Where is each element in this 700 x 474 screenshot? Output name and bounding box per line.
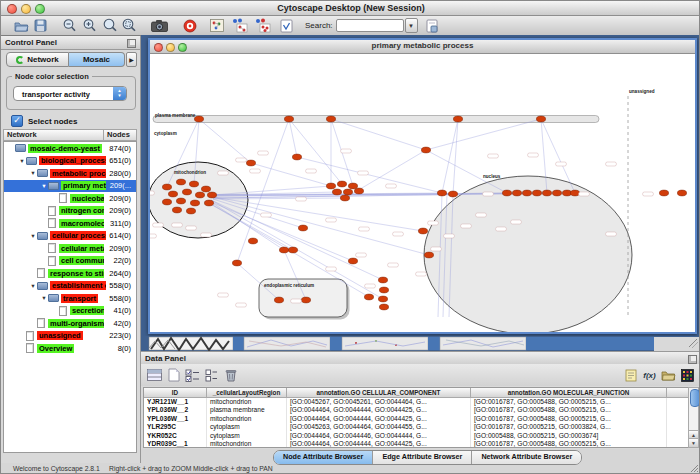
column-header-network[interactable]: Network: [3, 129, 103, 141]
tree-row[interactable]: ▼biological_process651(0): [4, 155, 136, 168]
expander-icon[interactable]: ▼: [40, 295, 48, 301]
network-node[interactable]: [570, 190, 579, 196]
dropdown-stepper-icon[interactable]: ▲▼: [113, 87, 126, 100]
expander-icon[interactable]: ▼: [18, 158, 26, 164]
zoom-in-icon[interactable]: [81, 18, 98, 34]
network-node[interactable]: [176, 179, 185, 185]
table-row[interactable]: YLR295Ccytoplasm[GO:0045263, GO:0044464,…: [144, 423, 688, 431]
save-icon[interactable]: [32, 18, 49, 34]
select-nodes-checkbox[interactable]: ✓: [11, 115, 23, 127]
table-row[interactable]: YPL036W__2plasma membrane[GO:0044464, GO…: [144, 406, 688, 414]
attribute-table-icon[interactable]: [145, 367, 164, 384]
network-node[interactable]: [190, 200, 199, 206]
unselect-attributes-icon[interactable]: [202, 367, 221, 384]
tree-row[interactable]: macromolecule311(0): [4, 217, 136, 230]
network-node[interactable]: [348, 258, 357, 264]
node-color-dropdown[interactable]: transporter activity ▲▼: [13, 86, 127, 101]
table-row[interactable]: YDR039C__1mitochondrion[GO:0044464, GO:0…: [144, 440, 688, 448]
tree-row[interactable]: Overview8(0): [4, 342, 136, 355]
vizmapper-nodes-red-icon[interactable]: [254, 18, 271, 34]
network-node[interactable]: [186, 208, 195, 214]
network-node[interactable]: [248, 238, 257, 244]
tree-row[interactable]: ▼transport558(0): [4, 292, 136, 305]
network-node[interactable]: [337, 181, 346, 187]
expander-icon[interactable]: ▼: [29, 170, 37, 176]
table-column-header[interactable]: annotation.GO MOLECULAR_FUNCTION: [471, 388, 667, 398]
zoom-selected-icon[interactable]: [120, 18, 137, 34]
network-node[interactable]: [168, 191, 177, 197]
open-folder-icon[interactable]: [13, 18, 30, 34]
network-node[interactable]: [343, 189, 352, 195]
tree-row[interactable]: ▼primary metabol209(...: [4, 180, 136, 193]
network-node[interactable]: [340, 195, 349, 201]
network-node[interactable]: [301, 297, 310, 303]
snapshot-camera-icon[interactable]: [151, 18, 168, 34]
tab-network[interactable]: Network: [6, 52, 69, 67]
network-node[interactable]: [348, 183, 357, 189]
network-node[interactable]: [512, 190, 521, 196]
network-node[interactable]: [502, 190, 511, 196]
float-panel-icon[interactable]: [688, 355, 697, 364]
network-node[interactable]: [204, 200, 213, 206]
network-node[interactable]: [246, 160, 255, 166]
scrollbar-thumb[interactable]: [690, 389, 700, 407]
birdseye-overview-icon[interactable]: [208, 18, 225, 34]
scroll-down-arrow[interactable]: ▼: [689, 438, 698, 447]
network-node[interactable]: [288, 247, 297, 253]
network-node[interactable]: [207, 192, 216, 198]
more-tabs-arrow-icon[interactable]: ▶: [126, 52, 137, 67]
network-node[interactable]: [162, 199, 171, 205]
table-column-header[interactable]: _cellularLayoutRegion: [207, 388, 287, 398]
network-node[interactable]: [189, 181, 198, 187]
network-node[interactable]: [378, 277, 387, 283]
network-node[interactable]: [522, 190, 531, 196]
network-node[interactable]: [448, 191, 457, 197]
network-view-window[interactable]: primary metabolic process plasma membran…: [148, 38, 697, 334]
tree-row[interactable]: multi-organism pro42(0): [4, 317, 136, 330]
function-builder-icon[interactable]: f(x): [640, 367, 659, 384]
help-lifering-icon[interactable]: [181, 18, 198, 34]
network-node[interactable]: [194, 116, 203, 122]
column-header-nodes[interactable]: Nodes: [103, 129, 137, 141]
network-node[interactable]: [195, 192, 204, 198]
table-row[interactable]: YKR052Ccytoplasm[GO:0044464, GO:0044446,…: [144, 432, 688, 440]
tree-row[interactable]: unassigned223(0): [4, 330, 136, 343]
network-node[interactable]: [182, 189, 191, 195]
network-node[interactable]: [232, 260, 241, 266]
tree-row[interactable]: nitrogen compo209(0): [4, 205, 136, 218]
network-node[interactable]: [453, 116, 462, 122]
tree-row[interactable]: mosaic-demo-yeast874(0): [4, 142, 136, 155]
network-node[interactable]: [659, 190, 668, 196]
table-column-header[interactable]: annotation.GO CELLULAR_COMPONENT: [287, 388, 471, 398]
network-node[interactable]: [532, 190, 541, 196]
tree-row[interactable]: ▼establishment of lo558(0): [4, 280, 136, 293]
tab-mosaic[interactable]: Mosaic: [69, 52, 125, 67]
vizmapper-nodes-blue-icon[interactable]: [231, 18, 248, 34]
tree-row[interactable]: cell communicat22(0): [4, 255, 136, 268]
table-column-header[interactable]: ID: [144, 388, 207, 398]
search-dropdown-arrow[interactable]: ▼: [405, 18, 418, 33]
table-row[interactable]: YJR121W__1mitochondrion[GO:0045267, GO:0…: [144, 398, 688, 406]
network-node[interactable]: [326, 183, 335, 189]
network-node[interactable]: [354, 188, 363, 194]
network-node[interactable]: [162, 184, 171, 190]
network-node[interactable]: [279, 247, 288, 253]
new-attribute-icon[interactable]: [164, 367, 183, 384]
network-node[interactable]: [201, 186, 210, 192]
network-node[interactable]: [418, 228, 427, 234]
search-input[interactable]: [336, 19, 404, 32]
expander-icon[interactable]: ▼: [29, 233, 37, 239]
tree-row[interactable]: cellular metabo209(0): [4, 242, 136, 255]
network-node[interactable]: [172, 207, 181, 213]
network-node[interactable]: [542, 190, 551, 196]
network-window-titlebar[interactable]: primary metabolic process: [150, 40, 695, 54]
notes-icon[interactable]: [621, 367, 640, 384]
tree-row[interactable]: nucleobase-209(0): [4, 192, 136, 205]
network-node[interactable]: [364, 294, 373, 300]
network-node[interactable]: [284, 116, 293, 122]
zoom-fit-icon[interactable]: [101, 18, 118, 34]
app-titlebar[interactable]: Cytoscape Desktop (New Session): [1, 1, 700, 16]
table-scrollbar[interactable]: ▲ ▼: [688, 387, 699, 448]
network-node[interactable]: [176, 198, 185, 204]
network-node[interactable]: [379, 304, 388, 310]
